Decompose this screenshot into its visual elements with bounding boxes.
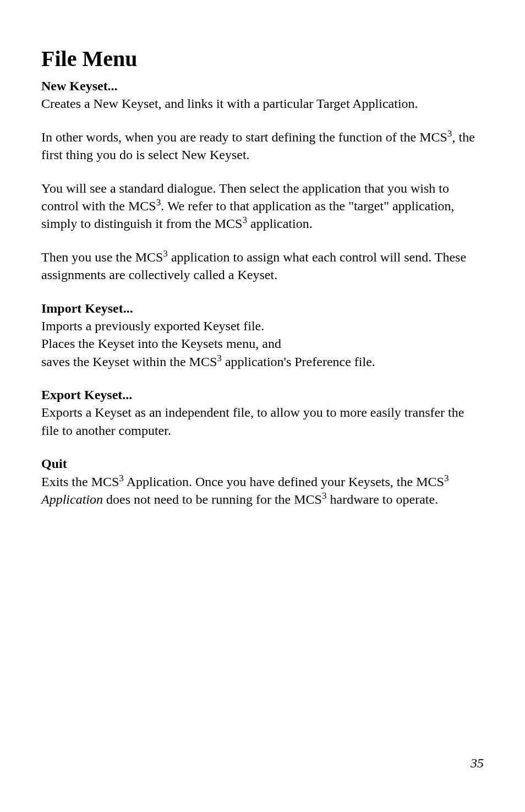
text-run: Application. Once you have defined your … bbox=[124, 475, 444, 489]
import-keyset-l1: Imports a previously exported Keyset fil… bbox=[41, 317, 484, 335]
text-run: does not need to be running for the MCS bbox=[103, 492, 322, 506]
page-title: File Menu bbox=[41, 44, 484, 74]
page-content: File Menu New Keyset... Creates a New Ke… bbox=[0, 0, 525, 541]
export-keyset-p1: Exports a Keyset as an independent file,… bbox=[41, 404, 484, 439]
quit-p1: Exits the MCS3 Application. Once you hav… bbox=[41, 473, 484, 509]
text-run: Then you use the MCS bbox=[41, 250, 163, 264]
new-keyset-p2: In other words, when you are ready to st… bbox=[41, 128, 484, 164]
superscript: 3 bbox=[322, 491, 327, 501]
page-number: 35 bbox=[471, 756, 484, 771]
import-keyset-l3: saves the Keyset within the MCS3 applica… bbox=[41, 353, 484, 370]
text-run: saves the Keyset within the MCS bbox=[41, 355, 217, 369]
superscript: 3 bbox=[444, 473, 449, 483]
import-keyset-l2: Places the Keyset into the Keysets menu,… bbox=[41, 335, 484, 352]
heading-new-keyset: New Keyset... bbox=[41, 77, 484, 95]
heading-export-keyset: Export Keyset... bbox=[41, 386, 484, 404]
text-run: application's Preference file. bbox=[222, 355, 375, 369]
superscript: 3 bbox=[242, 215, 247, 225]
superscript: 3 bbox=[119, 473, 124, 483]
text-run-italic: Application bbox=[41, 492, 103, 506]
text-run: In other words, when you are ready to st… bbox=[41, 130, 447, 144]
heading-import-keyset: Import Keyset... bbox=[41, 299, 484, 317]
superscript: 3 bbox=[163, 248, 168, 259]
text-run: Exits the MCS bbox=[41, 475, 119, 489]
text-run: application. bbox=[247, 216, 313, 231]
new-keyset-p4: Then you use the MCS3 application to ass… bbox=[41, 248, 484, 284]
new-keyset-p1: Creates a New Keyset, and links it with … bbox=[41, 95, 484, 112]
text-run: hardware to operate. bbox=[327, 492, 439, 506]
new-keyset-p3: You will see a standard dialogue. Then s… bbox=[41, 179, 484, 233]
superscript: 3 bbox=[217, 353, 222, 363]
heading-quit: Quit bbox=[41, 455, 484, 472]
